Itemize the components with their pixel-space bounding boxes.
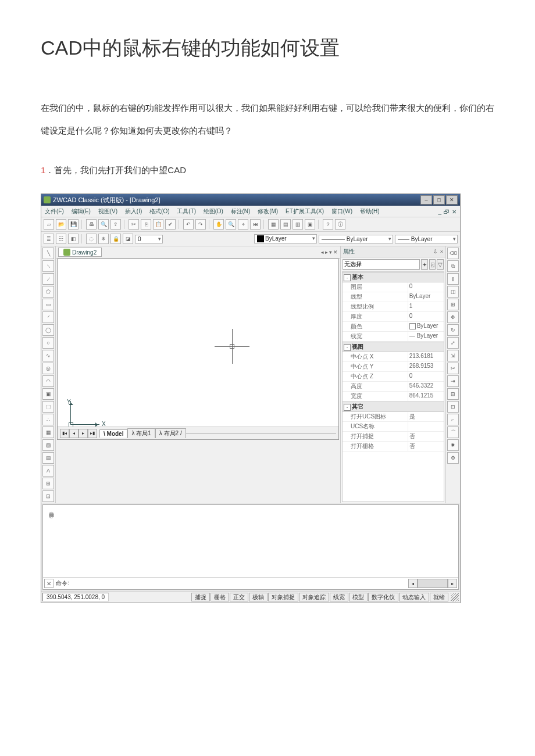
property-value[interactable]: 268.9153 [408, 362, 444, 372]
scroll-right-icon[interactable]: ▸ [448, 579, 457, 588]
maximize-button[interactable]: □ [433, 195, 445, 205]
rectangle-icon[interactable]: ▭ [42, 299, 54, 310]
layer-on-icon[interactable]: ◌ [86, 234, 97, 244]
property-row[interactable]: 线宽— ByLayer [343, 332, 444, 342]
property-value[interactable]: 546.3322 [408, 382, 444, 392]
status-toggle[interactable]: 极轴 [249, 593, 268, 601]
status-toggle[interactable]: 数字化仪 [368, 593, 398, 601]
tool1-icon[interactable]: ▦ [268, 219, 279, 230]
property-value[interactable]: 0 [408, 372, 444, 382]
undo-icon[interactable]: ↶ [183, 219, 194, 230]
donut-icon[interactable]: ◎ [42, 363, 54, 374]
property-row[interactable]: 厚度0 [343, 312, 444, 322]
property-row[interactable]: 中心点 Z0 [343, 372, 444, 382]
text-icon[interactable]: A [42, 465, 54, 476]
property-value[interactable]: 213.6181 [408, 352, 444, 362]
ellipse-icon[interactable]: ○ [42, 337, 54, 349]
property-row[interactable]: UCS名称 [343, 422, 444, 432]
ellipse-arc-icon[interactable]: ◠ [42, 375, 54, 387]
layout1-tab[interactable]: λ 布局1 [127, 428, 155, 438]
lineweight-select[interactable]: —— ByLayer [395, 235, 458, 243]
resize-grip-icon[interactable] [451, 593, 459, 601]
zoom-window-icon[interactable]: ⌖ [238, 219, 248, 230]
table-icon[interactable]: ▤ [42, 452, 54, 464]
property-value[interactable]: 否 [408, 432, 444, 442]
line-icon[interactable]: ╲ [42, 248, 54, 259]
coordinates-readout[interactable]: 390.5043, 251.0028, 0 [42, 593, 109, 601]
match-icon[interactable]: ✔ [165, 219, 176, 230]
publish-icon[interactable]: ⇪ [110, 219, 121, 230]
property-row[interactable]: 线型比例1 [343, 302, 444, 312]
command-close-icon[interactable]: ✕ [44, 579, 54, 588]
break-icon[interactable]: ⊟ [447, 388, 459, 400]
model-tab[interactable]: \ Model [99, 429, 127, 438]
tab-menu-icon[interactable]: ▾ [329, 249, 332, 255]
print-icon[interactable]: 🖶 [86, 219, 97, 230]
property-value[interactable]: ByLayer [408, 322, 444, 332]
layout-first-icon[interactable]: ▮◂ [60, 429, 69, 438]
linetype-select[interactable]: ———— ByLayer [319, 235, 393, 243]
group-basic[interactable]: -基本 [343, 272, 444, 282]
layout-prev-icon[interactable]: ◂ [69, 429, 79, 438]
paste-icon[interactable]: 📋 [153, 219, 163, 230]
tab-close-icon[interactable]: ✕ [333, 249, 338, 255]
region-icon[interactable]: ▨ [42, 439, 54, 451]
property-row[interactable]: 高度546.3322 [343, 382, 444, 392]
layer-lock-icon[interactable]: 🔒 [110, 234, 121, 244]
property-value[interactable] [408, 422, 444, 432]
cut-icon[interactable]: ✂ [129, 219, 139, 230]
status-toggle[interactable]: 正交 [230, 593, 248, 601]
info-icon[interactable]: ⓘ [335, 219, 345, 230]
point-icon[interactable]: ∴ [42, 414, 54, 425]
stretch-icon[interactable]: ⇲ [447, 350, 459, 361]
menu-file[interactable]: 文件(F) [45, 208, 64, 214]
property-value[interactable]: 864.1215 [408, 392, 444, 402]
rotate-icon[interactable]: ↻ [447, 324, 459, 336]
spline-icon[interactable]: ∿ [42, 350, 54, 361]
layout-next-icon[interactable]: ▸ [79, 429, 88, 438]
menu-modify[interactable]: 修改(M) [258, 208, 278, 214]
tool4-icon[interactable]: ▣ [305, 219, 315, 230]
copy-obj-icon[interactable]: ⧉ [447, 260, 459, 272]
doc-minimize-button[interactable]: _ [438, 209, 441, 215]
property-value[interactable]: 是 [408, 412, 444, 422]
drawing-canvas[interactable]: Y X ▮◂ ◂ ▸ ▸▮ \ Model λ 布局1 λ 布局2 / [57, 259, 339, 440]
status-toggle[interactable]: 动态输入 [399, 593, 429, 601]
extend-icon[interactable]: ⇥ [447, 375, 459, 387]
layout2-tab[interactable]: λ 布局2 / [155, 428, 186, 438]
hatch-icon[interactable]: ▦ [42, 427, 54, 438]
new-icon[interactable]: ▱ [44, 219, 54, 230]
preview-icon[interactable]: 🔍 [98, 219, 109, 230]
open-icon[interactable]: 📂 [56, 219, 66, 230]
quick-select-icon[interactable]: ✦ [421, 259, 428, 270]
selection-field[interactable] [343, 259, 420, 270]
command-history[interactable]: 自动保存 [43, 505, 458, 577]
layer-color-icon[interactable]: ◪ [123, 234, 133, 244]
menu-format[interactable]: 格式(O) [149, 208, 169, 214]
layer-state-icon[interactable]: ☷ [56, 234, 66, 244]
menu-et-tools[interactable]: ET扩展工具(X) [286, 208, 324, 214]
status-toggle[interactable]: 模型 [349, 593, 368, 601]
group-view[interactable]: -视图 [343, 342, 444, 352]
properties-header[interactable]: 属性 ⇩ × [341, 246, 445, 257]
polyline-icon[interactable]: ⟋ [42, 273, 54, 285]
props-icon[interactable]: ⚙ [447, 452, 459, 464]
property-value[interactable]: ByLayer [408, 292, 444, 302]
redo-icon[interactable]: ↷ [195, 219, 206, 230]
help-icon[interactable]: ? [323, 219, 333, 230]
property-value[interactable]: 0 [408, 282, 444, 292]
menu-insert[interactable]: 插入(I) [125, 208, 142, 214]
property-row[interactable]: 中心点 X213.6181 [343, 352, 444, 362]
property-value[interactable]: 0 [408, 312, 444, 322]
save-icon[interactable]: 💾 [68, 219, 79, 230]
fillet-icon[interactable]: ⌒ [447, 427, 459, 438]
menu-dimension[interactable]: 标注(N) [231, 208, 251, 214]
join-icon[interactable]: ⊡ [447, 401, 459, 413]
pan-icon[interactable]: ✋ [213, 219, 224, 230]
polygon-icon[interactable]: ⬠ [42, 286, 54, 298]
filter-icon[interactable]: ▽ [437, 259, 444, 270]
menu-help[interactable]: 帮助(H) [360, 208, 380, 214]
tab-next-icon[interactable]: ▸ [325, 249, 328, 255]
status-toggle[interactable]: 捕捉 [191, 593, 210, 601]
group-other[interactable]: -其它 [343, 402, 444, 412]
